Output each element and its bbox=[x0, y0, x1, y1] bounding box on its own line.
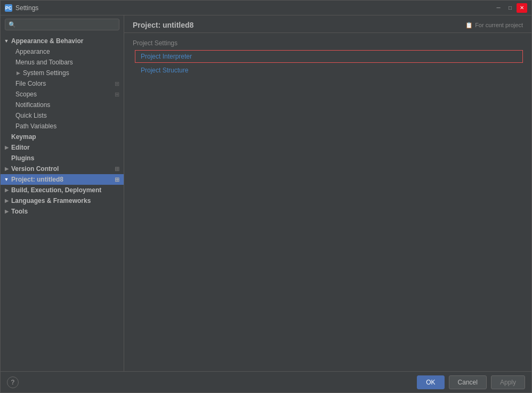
title-bar: PC Settings ─ □ ✕ bbox=[1, 1, 531, 15]
project-icon: 📋 bbox=[465, 22, 473, 29]
file-colors-icon: ⊞ bbox=[115, 80, 119, 87]
expand-icon: ▼ bbox=[4, 38, 9, 44]
sidebar-item-quick-lists[interactable]: Quick Lists bbox=[1, 110, 124, 121]
window-controls: ─ □ ✕ bbox=[493, 3, 527, 13]
project-settings-label: Project Settings bbox=[133, 39, 523, 47]
sidebar-item-appearance-behavior[interactable]: ▼ Appearance & Behavior bbox=[1, 36, 124, 46]
tab-project-structure[interactable]: Project Structure bbox=[135, 64, 523, 77]
settings-tabs: Project Interpreter Project Structure bbox=[133, 50, 523, 77]
minimize-button[interactable]: ─ bbox=[493, 3, 504, 13]
sidebar-item-tools[interactable]: ▶ Tools bbox=[1, 206, 124, 217]
panel-title: Project: untitled8 bbox=[133, 21, 194, 29]
search-box[interactable]: 🔍 bbox=[5, 19, 119, 30]
settings-window: PC Settings ─ □ ✕ 🔍 ▼ Appearance & Behav… bbox=[0, 0, 532, 393]
close-button[interactable]: ✕ bbox=[517, 3, 527, 13]
sidebar-item-plugins[interactable]: Plugins bbox=[1, 153, 124, 163]
sidebar-item-path-variables[interactable]: Path Variables bbox=[1, 121, 124, 132]
expand-icon: ▶ bbox=[15, 70, 21, 76]
help-button[interactable]: ? bbox=[7, 376, 19, 388]
footer-right: OK Cancel Apply bbox=[417, 375, 525, 389]
for-current-project: 📋 For current project bbox=[465, 22, 523, 29]
sidebar-item-file-colors[interactable]: File Colors ⊞ bbox=[1, 78, 124, 89]
search-icon: 🔍 bbox=[9, 21, 16, 28]
title-bar-left: PC Settings bbox=[5, 4, 38, 12]
window-title: Settings bbox=[15, 4, 38, 12]
app-icon: PC bbox=[5, 4, 12, 12]
ok-button[interactable]: OK bbox=[417, 375, 444, 389]
cancel-button[interactable]: Cancel bbox=[449, 375, 487, 389]
sidebar-item-scopes[interactable]: Scopes ⊞ bbox=[1, 89, 124, 100]
main-content: 🔍 ▼ Appearance & Behavior Appearance Men… bbox=[1, 15, 531, 371]
apply-button[interactable]: Apply bbox=[491, 375, 525, 389]
expand-icon: ▶ bbox=[4, 187, 9, 193]
sidebar-item-build-execution-deployment[interactable]: ▶ Build, Execution, Deployment bbox=[1, 185, 124, 195]
search-input[interactable] bbox=[18, 21, 116, 28]
expand-icon: ▼ bbox=[4, 177, 9, 182]
expand-icon: ▶ bbox=[4, 166, 9, 171]
expand-icon: ▶ bbox=[4, 198, 9, 203]
tab-project-interpreter[interactable]: Project Interpreter bbox=[135, 50, 523, 63]
sidebar-item-languages-frameworks[interactable]: ▶ Languages & Frameworks bbox=[1, 195, 124, 206]
sidebar-item-version-control[interactable]: ▶ Version Control ⊞ bbox=[1, 163, 124, 174]
sidebar-item-project-untitled8[interactable]: ▼ Project: untitled8 ⊞ bbox=[1, 174, 124, 185]
scopes-icon: ⊞ bbox=[115, 91, 119, 98]
sidebar-tree: ▼ Appearance & Behavior Appearance Menus… bbox=[1, 34, 124, 371]
version-control-icon: ⊞ bbox=[115, 166, 119, 173]
sidebar-item-keymap[interactable]: Keymap bbox=[1, 132, 124, 142]
footer-left: ? bbox=[7, 376, 19, 388]
sidebar: 🔍 ▼ Appearance & Behavior Appearance Men… bbox=[1, 15, 124, 371]
project-icon: ⊞ bbox=[115, 176, 119, 183]
right-panel: Project: untitled8 📋 For current project… bbox=[124, 15, 531, 371]
sidebar-item-system-settings[interactable]: ▶ System Settings bbox=[1, 68, 124, 78]
expand-icon: ▶ bbox=[4, 145, 9, 150]
sidebar-item-appearance[interactable]: Appearance bbox=[1, 46, 124, 57]
expand-icon: ▶ bbox=[4, 209, 9, 214]
sidebar-item-notifications[interactable]: Notifications bbox=[1, 100, 124, 110]
maximize-button[interactable]: □ bbox=[505, 3, 515, 13]
sidebar-item-editor[interactable]: ▶ Editor bbox=[1, 142, 124, 153]
footer: ? OK Cancel Apply bbox=[1, 371, 531, 392]
panel-body: Project Settings Project Interpreter Pro… bbox=[124, 33, 531, 371]
sidebar-item-menus-toolbars[interactable]: Menus and Toolbars bbox=[1, 57, 124, 68]
panel-header: Project: untitled8 📋 For current project bbox=[124, 15, 531, 33]
